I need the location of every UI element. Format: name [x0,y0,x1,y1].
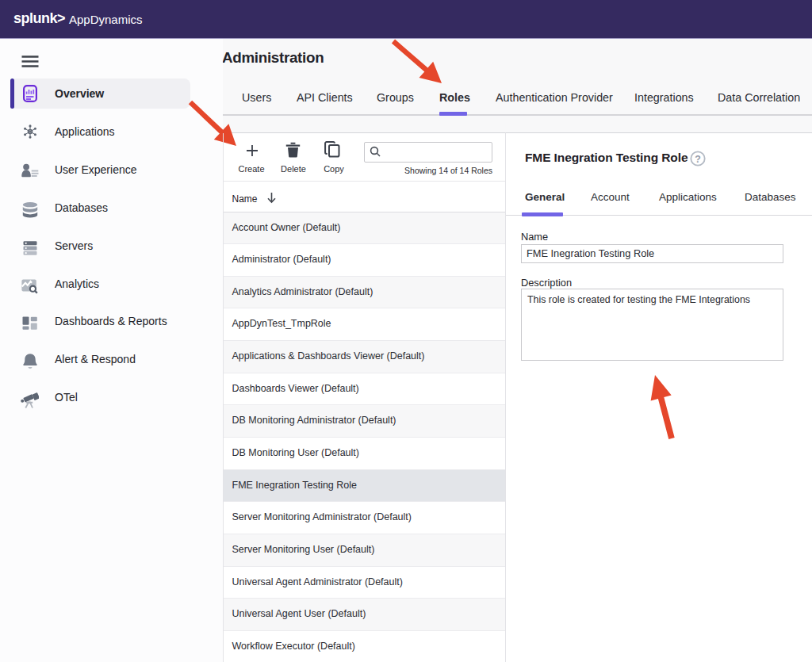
svg-text:?: ? [695,153,701,164]
